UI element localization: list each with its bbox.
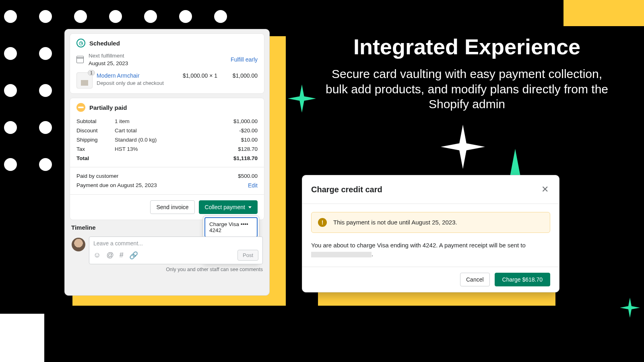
comment-input[interactable] [93,240,258,247]
warning-banner-text: This payment is not due until August 25,… [333,218,457,227]
link-icon[interactable]: 🔗 [129,251,138,260]
cancel-button[interactable]: Cancel [460,273,490,286]
product-name-link[interactable]: Modern Armchair [97,72,177,79]
total-value: $1,118.70 [233,155,258,161]
discount-value: -$20.00 [239,128,258,134]
payment-summary-card: Partially paid Subtotal1 item$1,000.00 D… [70,98,264,220]
tax-detail: HST 13% [115,146,238,152]
order-admin-panel: ◷ Scheduled Next fulfillment August 25, … [64,29,270,296]
paid-by-customer-label: Paid by customer [76,173,238,179]
dialog-title: Charge credit card [311,185,540,194]
shipping-label: Shipping [76,137,115,143]
product-thumbnail[interactable]: 1 [76,72,93,88]
hero-copy: Integrated Experience Secure card vaulti… [322,34,612,112]
mention-icon[interactable]: @ [106,251,114,259]
shipping-detail: Standard (0.0 kg) [115,137,241,143]
comment-visibility-note: Only you and other staff can see comment… [89,267,263,272]
accent-top-right [564,0,644,26]
charge-card-dialog: Charge credit card ✕ ! This payment is n… [302,175,559,292]
sparkle-icon [441,125,485,169]
clock-icon: ◷ [76,39,85,47]
hero-title: Integrated Experience [322,34,612,59]
subtotal-value: $1,000.00 [233,118,258,124]
chevron-down-icon [248,206,252,208]
scheduled-card: ◷ Scheduled Next fulfillment August 25, … [70,33,264,94]
close-icon[interactable]: ✕ [540,183,550,196]
fulfill-early-link[interactable]: Fulfill early [231,56,258,63]
partially-paid-heading: Partially paid [89,104,127,111]
tax-label: Tax [76,146,115,152]
sparkle-icon [288,84,316,113]
scheduled-heading: Scheduled [89,40,120,47]
subtotal-label: Subtotal [76,118,115,124]
emoji-icon[interactable]: ☺ [93,251,101,259]
sparkle-icon [620,298,640,318]
hero-subtitle: Secure card vaulting with easy payment c… [322,66,612,112]
send-invoice-button[interactable]: Send invoice [150,200,194,214]
post-button[interactable]: Post [237,250,258,261]
accent-bottom-left [0,314,44,362]
warning-banner: ! This payment is not due until August 2… [311,212,550,233]
quantity-badge: 1 [88,70,95,76]
partially-paid-icon [76,103,85,112]
product-subtitle: Deposit only due at checkout [97,80,177,86]
redacted-email [311,252,372,257]
avatar [72,238,85,251]
next-fulfillment-label: Next fulfillment [89,52,231,60]
line-price-qty: $1,000.00 × 1 [181,72,217,79]
collect-payment-label: Collect payment [205,204,245,210]
hashtag-icon[interactable]: # [120,251,124,259]
dropdown-charge-visa[interactable]: Charge Visa •••• 4242 [204,217,258,237]
dialog-body-text: You are about to charge Visa ending with… [311,241,550,259]
next-fulfillment-date: August 25, 2023 [89,60,231,67]
discount-label: Discount [76,128,115,134]
warning-icon: ! [318,218,327,227]
line-item: 1 Modern Armchair Deposit only due at ch… [76,72,258,88]
charge-button[interactable]: Charge $618.70 [495,273,550,286]
paid-by-customer-value: $500.00 [238,173,258,179]
total-label: Total [76,155,115,161]
shipping-value: $10.00 [241,137,258,143]
tax-value: $128.70 [238,146,258,152]
calendar-icon [76,56,84,63]
subtotal-detail: 1 item [115,118,233,124]
line-total: $1,000.00 [221,72,258,79]
discount-detail: Cart total [115,128,239,134]
collect-payment-button[interactable]: Collect payment [199,200,258,214]
comment-composer[interactable]: ☺ @ # 🔗 Post [89,237,263,264]
edit-payment-terms-link[interactable]: Edit [248,182,258,189]
payment-due-text: Payment due on August 25, 2023 [76,182,248,189]
